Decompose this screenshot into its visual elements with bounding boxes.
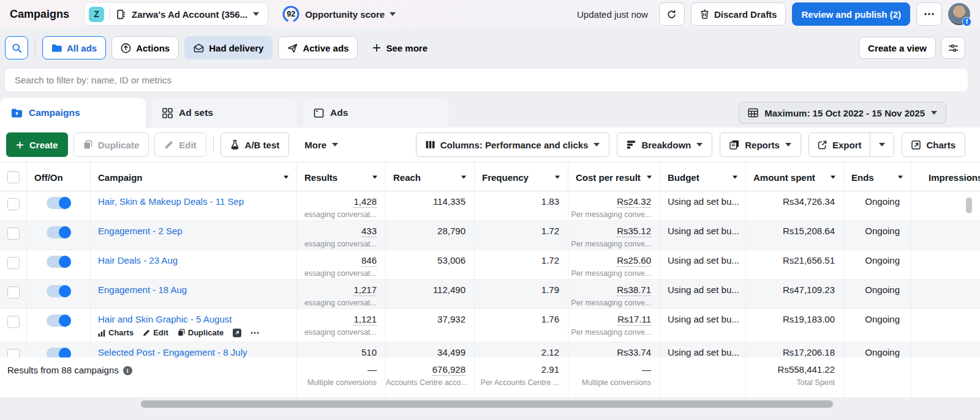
more-options-button[interactable] <box>916 2 942 26</box>
column-header-cost-per-result[interactable]: Cost per result <box>568 162 660 192</box>
account-selector[interactable]: Z Zarwa's Ad Account (356... <box>84 2 268 26</box>
cost-per-result-value[interactable]: Rs33.74 <box>617 347 651 357</box>
columns-button[interactable]: Columns: Performance and clicks <box>416 132 610 157</box>
chevron-down-icon <box>647 176 652 179</box>
campaign-toggle[interactable] <box>47 256 71 268</box>
results-value[interactable]: 433 <box>361 226 377 237</box>
ab-test-button[interactable]: A/B test <box>221 132 290 157</box>
summary-budget-cell <box>660 357 746 397</box>
campaign-toggle[interactable] <box>47 226 71 239</box>
column-header-budget[interactable]: Budget <box>660 162 746 192</box>
tab-ad-sets[interactable]: Ad sets <box>151 98 297 128</box>
filter-actions[interactable]: Actions <box>111 36 179 59</box>
horizontal-scrollbar[interactable] <box>141 400 833 408</box>
results-value[interactable]: 846 <box>361 255 377 267</box>
table-row: Selected Post - Engagement - 8 July 510 … <box>0 342 980 357</box>
amount-spent-value: Rs21,656.51 <box>746 250 844 279</box>
export-options-button[interactable] <box>870 133 894 156</box>
results-value[interactable]: 1,121 <box>353 314 377 326</box>
column-header-impressions[interactable]: Impressions <box>911 162 980 192</box>
campaign-toggle[interactable] <box>47 348 71 357</box>
tab-campaigns[interactable]: Campaigns <box>0 98 146 128</box>
column-header-campaign[interactable]: Campaign <box>91 162 297 192</box>
row-checkbox[interactable] <box>7 316 20 328</box>
column-header-amount-spent[interactable]: Amount spent <box>746 162 844 192</box>
opportunity-score-dropdown[interactable]: 92 Opportunity score <box>282 5 396 23</box>
export-button[interactable]: Export <box>809 133 870 156</box>
cost-per-result-value[interactable]: Rs38.71 <box>617 284 651 296</box>
reports-button[interactable]: Reports <box>720 132 801 157</box>
results-value[interactable]: 510 <box>361 347 377 357</box>
campaign-toggle[interactable] <box>47 285 71 297</box>
see-more-button[interactable]: See more <box>363 36 437 59</box>
copy-icon <box>178 329 185 337</box>
campaign-link[interactable]: Hair and Skin Graphic - 5 August <box>98 313 232 326</box>
column-header-results[interactable]: Results <box>297 162 386 192</box>
row-checkbox[interactable] <box>7 257 20 269</box>
results-value[interactable]: 1,428 <box>353 196 377 208</box>
breakdown-button[interactable]: Breakdown <box>617 132 712 157</box>
filter-had-delivery[interactable]: Had delivery <box>184 36 273 59</box>
reach-value: 37,932 <box>386 309 475 342</box>
export-icon <box>818 140 827 150</box>
facebook-badge-icon: f <box>962 17 971 26</box>
campaign-link[interactable]: Engagement - 18 Aug <box>98 284 187 296</box>
vertical-scrollbar[interactable] <box>966 197 972 213</box>
search-input[interactable] <box>5 69 968 91</box>
summary-results: — <box>368 364 377 375</box>
row-checkbox[interactable] <box>7 198 20 210</box>
campaign-link[interactable]: Engagement - 2 Sep <box>98 225 183 237</box>
select-all-checkbox-cell <box>0 162 27 192</box>
campaign-link[interactable]: Hair Deals - 23 Aug <box>98 254 178 267</box>
cost-per-result-value[interactable]: Rs17.11 <box>617 314 651 326</box>
cost-per-result-value[interactable]: Rs35.12 <box>617 226 651 237</box>
ends-value: Ongoing <box>844 221 911 250</box>
frequency-value: 1.72 <box>475 250 568 279</box>
column-header-frequency[interactable]: Frequency <box>475 162 568 192</box>
refresh-button[interactable] <box>659 2 685 26</box>
campaign-toggle[interactable] <box>47 197 71 209</box>
info-icon[interactable]: i <box>123 366 132 375</box>
profile-avatar[interactable]: f <box>948 3 970 25</box>
search-filter-button[interactable] <box>5 36 28 59</box>
row-expand-action[interactable] <box>233 329 241 337</box>
row-checkbox[interactable] <box>7 227 20 240</box>
date-range-selector[interactable]: Maximum: 15 Oct 2022 - 15 Nov 2025 <box>739 102 946 124</box>
table-row: Engagement - 18 Aug 1,217essaging conver… <box>0 280 980 309</box>
column-header-reach[interactable]: Reach <box>386 162 475 192</box>
row-duplicate-action[interactable]: Duplicate <box>178 328 224 337</box>
row-more-action[interactable] <box>251 332 259 334</box>
campaign-toggle[interactable] <box>47 315 71 327</box>
create-button[interactable]: Create <box>6 132 68 157</box>
tab-ads[interactable]: Ads <box>303 98 448 128</box>
more-button[interactable]: More <box>295 132 348 157</box>
charts-button[interactable]: Charts <box>902 132 965 157</box>
select-all-checkbox[interactable] <box>7 171 20 183</box>
campaign-link[interactable]: Selected Post - Engagement - 8 July <box>98 346 247 357</box>
column-header-ends[interactable]: Ends <box>844 162 911 192</box>
chevron-down-icon <box>831 176 835 179</box>
create-view-button[interactable]: Create a view <box>859 37 936 59</box>
sliders-icon <box>948 44 959 53</box>
row-checkbox[interactable] <box>7 286 20 299</box>
campaign-link[interactable]: Hair, Skin & Makeup Deals - 11 Sep <box>98 196 244 208</box>
impressions-cell <box>911 280 980 308</box>
view-settings-button[interactable] <box>941 37 965 59</box>
row-edit-action[interactable]: Edit <box>143 328 168 337</box>
column-header-off-on[interactable]: Off/On <box>27 162 91 192</box>
filter-active-ads[interactable]: Active ads <box>278 36 358 59</box>
see-more-label: See more <box>386 43 428 53</box>
review-publish-button[interactable]: Review and publish (2) <box>792 2 910 26</box>
summary-reach[interactable]: 676,928 <box>432 364 466 376</box>
results-value[interactable]: 1,217 <box>353 284 377 296</box>
cost-sub: Per messaging conve... <box>568 298 651 308</box>
cost-per-result-value[interactable]: Rs24.32 <box>617 196 651 208</box>
duplicate-button[interactable]: Duplicate <box>74 132 149 157</box>
row-checkbox[interactable] <box>7 349 20 357</box>
discard-drafts-button[interactable]: Discard Drafts <box>691 2 786 26</box>
row-charts-action[interactable]: Charts <box>98 328 134 337</box>
cost-sub: Per messaging conve... <box>568 239 651 249</box>
cost-per-result-value[interactable]: Rs25.60 <box>617 255 651 267</box>
edit-button[interactable]: Edit <box>154 132 206 157</box>
filter-all-ads[interactable]: All ads <box>42 36 106 59</box>
